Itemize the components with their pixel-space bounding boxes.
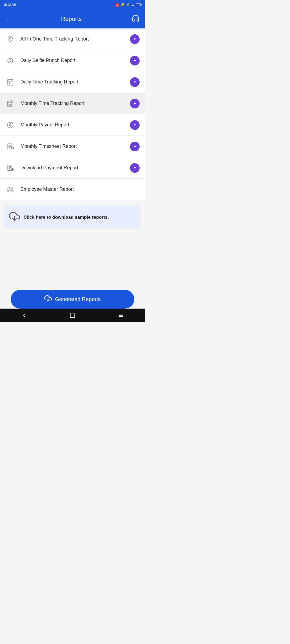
- sparkle-icon-3: ✦: [133, 101, 137, 106]
- sparkle-icon-4: ✦: [133, 122, 137, 127]
- report-item-daily-time[interactable]: Daily Time Tracking Report ✦: [0, 71, 145, 93]
- battery-icon: [136, 3, 141, 6]
- sparkle-icon-6: ✦: [133, 165, 137, 170]
- svg-point-34: [8, 188, 9, 189]
- svg-point-20: [10, 105, 10, 105]
- report-label-monthly-timesheet: Monthly Timesheet Report: [20, 144, 130, 149]
- generated-reports-icon: [44, 295, 52, 304]
- people-icon: [5, 185, 15, 194]
- status-icons: ● 🔑 ⚡ ▲: [115, 3, 141, 7]
- cloud-download-icon: [9, 211, 20, 224]
- sparkle-action-4[interactable]: ✦: [130, 120, 140, 130]
- calendar-icon: [5, 77, 15, 87]
- wifi-icon: ▲: [131, 3, 135, 7]
- status-bar: 9:13 AM ● 🔑 ⚡ ▲: [0, 0, 145, 10]
- location-icon: [5, 34, 15, 44]
- svg-point-18: [11, 104, 12, 104]
- svg-rect-7: [8, 79, 13, 85]
- sparkle-action-6[interactable]: ✦: [130, 163, 140, 173]
- svg-point-17: [10, 104, 10, 104]
- back-button[interactable]: ←: [5, 16, 11, 23]
- report-item-daily-selfie[interactable]: Daily Selfie Punch Report ✦: [0, 50, 145, 71]
- rupee-icon: [5, 163, 15, 173]
- bottom-area: Generated Reports: [0, 290, 145, 309]
- sparkle-action-2[interactable]: ✦: [130, 77, 140, 87]
- report-label-monthly-time: Monthly Time Tracking Report: [20, 101, 130, 106]
- report-label-daily-selfie: Daily Selfie Punch Report: [20, 58, 130, 63]
- report-item-monthly-timesheet[interactable]: Monthly Timesheet Report ✦: [0, 136, 145, 157]
- bluetooth-icon: ⚡: [126, 3, 130, 7]
- camera-icon: [5, 56, 15, 65]
- sample-banner[interactable]: Click here to download sample reports.: [4, 206, 141, 229]
- sparkle-action-5[interactable]: ✦: [130, 142, 140, 151]
- svg-point-19: [9, 105, 9, 105]
- svg-point-0: [9, 37, 11, 39]
- report-list: All In One Time Tracking Report ✦ Daily …: [0, 28, 145, 200]
- sample-banner-label: Click here to download sample reports.: [24, 214, 109, 221]
- calendar-dots-icon: [5, 99, 15, 108]
- nav-back-button[interactable]: [16, 310, 32, 321]
- report-item-all-in-one[interactable]: All In One Time Tracking Report ✦: [0, 28, 145, 50]
- report-item-employee-master[interactable]: Employee Master Report: [0, 179, 145, 200]
- sparkle-icon-1: ✦: [133, 58, 137, 63]
- nav-menu-button[interactable]: [113, 310, 129, 321]
- report-item-monthly-payroll[interactable]: Monthly Payroll Report ✦: [0, 114, 145, 136]
- key-icon: 🔑: [121, 3, 125, 7]
- header: ← Reports: [0, 10, 145, 28]
- report-item-download-payment[interactable]: Download Payment Report ✦: [0, 157, 145, 179]
- svg-point-1: [8, 58, 13, 63]
- report-label-daily-time: Daily Time Tracking Report: [20, 79, 130, 85]
- status-time: 9:13 AM: [4, 3, 17, 7]
- nav-home-button[interactable]: [64, 310, 81, 321]
- record-icon: ●: [115, 3, 119, 7]
- generated-reports-button[interactable]: Generated Reports: [11, 290, 134, 309]
- report-item-monthly-time[interactable]: Monthly Time Tracking Report ✦: [0, 93, 145, 114]
- generated-reports-label: Generated Reports: [55, 296, 101, 302]
- sparkle-icon-0: ✦: [133, 36, 137, 42]
- report-label-all-in-one: All In One Time Tracking Report: [20, 36, 130, 42]
- report-label-monthly-payroll: Monthly Payroll Report: [20, 122, 130, 128]
- sparkle-icon-2: ✦: [133, 79, 137, 85]
- timesheet-icon: [5, 142, 15, 151]
- sparkle-icon-5: ✦: [133, 144, 137, 149]
- nav-bar: [0, 309, 145, 322]
- svg-point-35: [11, 188, 13, 189]
- svg-rect-11: [9, 82, 10, 84]
- svg-point-2: [9, 60, 11, 61]
- report-label-download-payment: Download Payment Report: [20, 165, 130, 171]
- report-label-employee-master: Employee Master Report: [20, 186, 140, 192]
- sparkle-action-1[interactable]: ✦: [130, 56, 140, 65]
- dollar-circle-icon: [5, 120, 15, 130]
- svg-rect-38: [70, 313, 75, 318]
- page-title: Reports: [61, 16, 82, 23]
- svg-point-16: [9, 104, 9, 104]
- sparkle-action-3[interactable]: ✦: [130, 99, 140, 108]
- sparkle-action-0[interactable]: ✦: [130, 34, 140, 44]
- headphone-icon[interactable]: [132, 14, 140, 24]
